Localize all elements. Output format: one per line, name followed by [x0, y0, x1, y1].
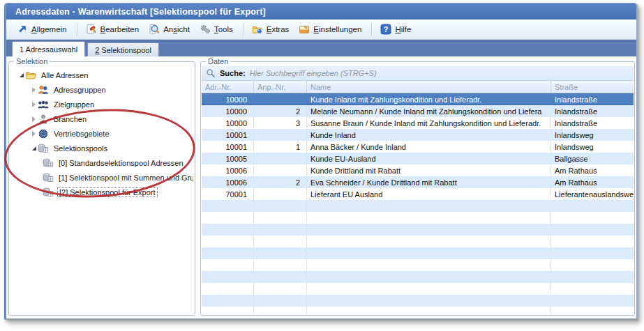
cell-name: Lieferant EU Ausland: [307, 188, 551, 200]
folder-open-icon: [25, 70, 37, 81]
cell-anp: [254, 94, 307, 105]
cell-anp: 1: [254, 141, 307, 153]
cell-anp: [254, 164, 307, 176]
tree-item-label: Vertriebsgebiete: [52, 129, 111, 139]
cell-adr: 10000: [202, 94, 254, 105]
table-row[interactable]: 100002Melanie Neumann / Kunde Inland mit…: [202, 105, 634, 117]
tree-item-label: [0] Standardselektionspool Adressen: [57, 158, 185, 168]
table-row[interactable]: 10005Kunde EU-AuslandBallgasse: [202, 153, 634, 164]
tab-selektionspool[interactable]: 2 Selektionspool: [87, 43, 159, 56]
users-two-icon: [38, 84, 50, 95]
tree-item[interactable]: Branchen: [10, 111, 193, 126]
tree-expander-closed-icon[interactable]: [30, 102, 38, 107]
tree-expander-open-icon[interactable]: [30, 146, 38, 151]
cell-strasse: Lieferantenauslandsweg: [551, 188, 634, 200]
table-row[interactable]: 10006Kunde Drittland mit RabattAm Rathau…: [202, 164, 634, 176]
menu-item-label: Einstellungen: [313, 25, 361, 33]
window-title: Adressdaten - Warenwirtschaft [Selektion…: [15, 7, 266, 17]
cell-name: Eva Schneider / Kunde Drittland mit Raba…: [307, 176, 551, 188]
menu-item-extras[interactable]: Extras: [248, 22, 294, 36]
cell-name: Anna Bäcker / Kunde Inland: [307, 141, 551, 153]
person-icon: [38, 114, 50, 125]
tree-expander-closed-icon[interactable]: [30, 116, 38, 122]
search-placeholder: Hier Suchbegriff eingeben (STRG+S): [250, 69, 377, 77]
cell-adr: 10001: [202, 141, 254, 153]
tab-adressauswahl[interactable]: 1 Adressauswahl: [12, 41, 85, 56]
tree-item[interactable]: Alle Adressen: [10, 68, 193, 82]
search-icon: [206, 68, 216, 78]
tree-item-label: [1] Selektionspool mit Summen und Grupp: [57, 173, 193, 183]
tab-strip: 1 Adressauswahl 2 Selektionspool: [6, 40, 636, 56]
tree-item[interactable]: [1] Selektionspool mit Summen und Grupp: [10, 170, 193, 185]
cell-name: Kunde Drittland mit Rabatt: [307, 164, 551, 176]
globe-icon: [38, 128, 50, 139]
table-body: 10000Kunde Inland mit Zahlungskondition …: [202, 93, 634, 200]
column-header[interactable]: Anp.-Nr.: [254, 81, 307, 93]
tree-item-label: Branchen: [52, 114, 88, 124]
table-row[interactable]: 10001Kunde InlandInlandsweg: [202, 129, 634, 141]
tree-expander-closed-icon[interactable]: [30, 131, 38, 137]
menu-item-ansicht[interactable]: Ansicht: [145, 22, 195, 36]
tree-item[interactable]: [0] Standardselektionspool Adressen: [10, 155, 193, 170]
cell-strasse: Ballgasse: [551, 153, 634, 164]
cell-name: Kunde EU-Ausland: [307, 153, 551, 164]
menu-item-label: Hilfe: [395, 25, 411, 33]
tree-item[interactable]: Zielgruppen: [10, 97, 193, 111]
folder-icon: [252, 24, 263, 35]
table-row[interactable]: 70001Lieferant EU AuslandLieferantenausl…: [202, 188, 634, 200]
table-row[interactable]: 100062Eva Schneider / Kunde Drittland mi…: [202, 176, 634, 188]
tree-item[interactable]: Selektionspools: [10, 141, 193, 155]
cell-adr: 10000: [202, 117, 254, 129]
tree-item-label: Adressgruppen: [52, 85, 107, 95]
cell-strasse: Inlandsweg: [551, 129, 634, 141]
cell-anp: [254, 129, 307, 141]
table-header: Adr.-Nr.Anp.-Nr.NameStraße: [202, 81, 634, 93]
title-bar[interactable]: Adressdaten - Warenwirtschaft [Selektion…: [6, 3, 636, 20]
content-area: Selektion Alle AdressenAdressgruppenZiel…: [6, 56, 636, 318]
tree-item[interactable]: Adressgruppen: [10, 82, 193, 97]
tree-expander-closed-icon[interactable]: [30, 87, 38, 93]
cell-adr: 10001: [202, 129, 254, 141]
cell-strasse: Inlandsweg: [551, 141, 634, 153]
table-row[interactable]: 100003Susanne Braun / Kunde Inland mit Z…: [202, 117, 634, 129]
cell-anp: [254, 153, 307, 164]
cell-anp: 3: [254, 117, 307, 129]
cell-anp: 2: [254, 176, 307, 188]
magnifier-icon: [149, 24, 160, 35]
selektion-group: Selektion Alle AdressenAdressgruppenZiel…: [8, 61, 195, 316]
column-header[interactable]: Straße: [551, 81, 634, 93]
cell-name: Susanne Braun / Kunde Inland mit Zahlung…: [307, 117, 551, 129]
tree-expander-open-icon[interactable]: [17, 73, 25, 77]
selection-tree: Alle AdressenAdressgruppenZielgruppenBra…: [10, 68, 193, 314]
tree-item-label: Zielgruppen: [52, 100, 96, 109]
cell-strasse: Am Rathaus: [551, 164, 634, 176]
menu-item-einstellungen[interactable]: Einstellungen: [295, 22, 366, 36]
menu-bar: AllgemeinBearbeitenAnsichtToolsExtrasEin…: [6, 20, 636, 40]
cell-name: Melanie Neumann / Kunde Inland mit Zahlu…: [307, 105, 551, 117]
search-bar[interactable]: Suche: Hier Suchbegriff eingeben (STRG+S…: [202, 66, 634, 81]
pool-icon: [43, 172, 54, 183]
column-header[interactable]: Adr.-Nr.: [202, 81, 254, 93]
menu-item-label: Ansicht: [163, 25, 190, 33]
cell-strasse: Am Rathaus: [551, 176, 634, 188]
cell-adr: 10000: [202, 105, 254, 117]
menu-separator: [243, 23, 244, 36]
cell-adr: 10005: [202, 153, 254, 164]
menu-item-allgemein[interactable]: Allgemein: [13, 22, 72, 36]
table-row[interactable]: 10000Kunde Inland mit Zahlungskondition …: [202, 93, 634, 105]
help-icon: ?: [380, 24, 391, 35]
tree-item[interactable]: [2] Selektionspool für Export: [10, 185, 193, 199]
menu-item-hilfe[interactable]: ?Hilfe: [377, 22, 416, 36]
column-header[interactable]: Name: [307, 81, 551, 93]
menu-item-label: Allgemein: [31, 25, 67, 33]
cell-anp: [254, 188, 307, 200]
menu-item-tools[interactable]: Tools: [196, 22, 238, 36]
desktop-background: Adressdaten - Warenwirtschaft [Selektion…: [0, 0, 644, 331]
menu-item-label: Extras: [267, 25, 290, 33]
cell-adr: 70001: [202, 188, 254, 200]
menu-item-bearbeiten[interactable]: Bearbeiten: [82, 22, 144, 36]
daten-group: Daten Suche: Hier Suchbegriff eingeben (…: [200, 61, 635, 316]
table-empty-rows: [202, 200, 634, 314]
table-row[interactable]: 100011Anna Bäcker / Kunde InlandInlandsw…: [202, 141, 634, 153]
tree-item[interactable]: Vertriebsgebiete: [10, 126, 193, 141]
